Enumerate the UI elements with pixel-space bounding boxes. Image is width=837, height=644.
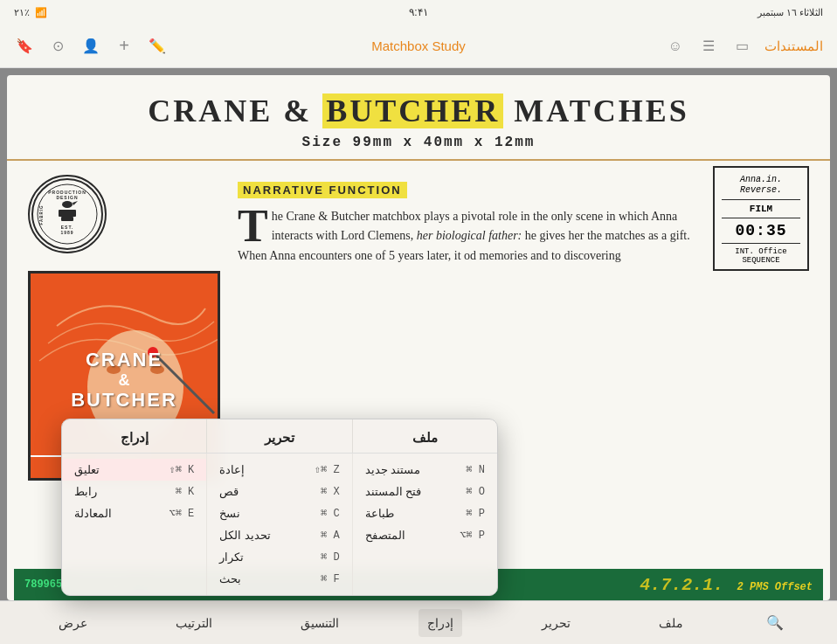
svg-text:1989: 1989 (60, 230, 73, 235)
context-item-cut[interactable]: ⌘ X قص (207, 481, 351, 502)
svg-marker-7 (73, 201, 78, 205)
status-time: ۹:۴۱ (409, 6, 427, 18)
svg-text:FABRIG: FABRIG (39, 204, 44, 225)
menu-item-view[interactable]: عرض (50, 609, 96, 637)
col-header-file: ملف (353, 419, 497, 453)
context-item-redo[interactable]: ⇧⌘ Z إعادة (207, 459, 351, 481)
context-item-duplicate[interactable]: ⌘ D تكرار (207, 546, 351, 568)
status-right: الثلاثاء ١٦ سبتمبر (757, 7, 823, 18)
context-item-open[interactable]: ⌘ O فتح المستند (353, 481, 497, 502)
context-item-browser[interactable]: ⌥⌘ P المتصفح (353, 524, 497, 546)
film-sequence: SEQUENCE (722, 256, 800, 265)
pen-icon[interactable]: ✏️ (147, 36, 168, 57)
list-icon[interactable]: ☰ (698, 36, 719, 57)
page-header: Crane & Butcher Matches Size 99mm x 40mm… (7, 75, 830, 161)
col-header-edit: تحرير (207, 419, 352, 453)
smiley-icon[interactable]: ⊙ (47, 36, 68, 57)
menu-item-file[interactable]: ملف (650, 609, 692, 637)
date-display: الثلاثاء ١٦ سبتمبر (757, 7, 823, 18)
menu-item-arrange[interactable]: الترتيب (167, 609, 221, 637)
wifi-icon: 📶 (35, 7, 47, 18)
bottom-menubar: عرض الترتيب التنسيق إدراج تحرير ملف 🔍 (0, 600, 837, 644)
narrative-label: Narrative Function (238, 182, 407, 198)
context-col-insert: ⇧⌘ K تعليق ⌘ K رابط ⌥⌘ E المعادلة (62, 454, 207, 595)
film-timecode: 00:35 (722, 222, 800, 239)
film-scene: INT. Office (722, 247, 800, 256)
toolbar: 🔖 ⊙ 👤 + ✏️ Matchbox Study ☺ ☰ ▭ المستندا… (0, 24, 837, 68)
face-icon[interactable]: ☺ (665, 36, 686, 57)
context-item-link[interactable]: ⌘ K رابط (62, 481, 206, 502)
menu-item-format[interactable]: التنسيق (292, 609, 348, 637)
matchbox-brand-butcher: Butcher (71, 390, 177, 411)
documents-button[interactable]: المستندات (764, 38, 823, 54)
context-menu-header: إدراج تحرير ملف (62, 419, 497, 454)
drop-cap: T (238, 207, 268, 246)
context-menu-body: ⇧⌘ K تعليق ⌘ K رابط ⌥⌘ E المعادلة ⇧⌘ Z إ… (62, 454, 497, 595)
context-item-select-all[interactable]: ⌘ A تحديد الكل (207, 524, 351, 546)
toolbar-left: 🔖 ⊙ 👤 + ✏️ (14, 36, 168, 57)
svg-rect-4 (59, 210, 76, 217)
matchbox-brand-crane: Crane (71, 350, 177, 370)
context-menu: إدراج تحرير ملف ⇧⌘ K تعليق ⌘ K رابط ⌥⌘ E… (61, 419, 498, 596)
film-type: FILM (722, 204, 800, 214)
production-logo: PRODUCTION DESIGN EST. 1989 FABRIG (28, 175, 107, 253)
context-item-copy[interactable]: ⌘ C نسخ (207, 502, 351, 524)
person-icon[interactable]: 👤 (80, 36, 101, 57)
menu-item-edit[interactable]: تحرير (533, 609, 579, 637)
document-title: Matchbox Study (371, 38, 466, 53)
plus-icon[interactable]: + (114, 36, 135, 57)
bookmark-icon[interactable]: 🔖 (14, 36, 35, 57)
status-bar: ٢١٪ 📶 ۹:۴۱ الثلاثاء ١٦ سبتمبر (0, 0, 837, 24)
context-item-equation[interactable]: ⌥⌘ E المعادلة (62, 502, 206, 524)
size-info: Size 99mm x 40mm x 12mm (33, 135, 804, 150)
pms-offset: 2 PMS Offset (737, 581, 813, 593)
status-left: ٢١٪ 📶 (14, 7, 47, 18)
svg-rect-5 (61, 217, 73, 221)
menu-item-insert[interactable]: إدراج (418, 609, 462, 637)
battery-indicator: ٢١٪ (14, 7, 30, 18)
context-item-new-doc[interactable]: ⌘ N مستند جديد (353, 459, 497, 481)
context-col-edit: ⇧⌘ Z إعادة ⌘ X قص ⌘ C نسخ ⌘ A تحديد الكل… (207, 454, 352, 595)
page-main-title: Crane & Butcher Matches (33, 93, 804, 129)
search-icon[interactable]: 🔍 (763, 611, 787, 635)
sidebar-icon[interactable]: ▭ (731, 36, 752, 57)
col-header-insert: إدراج (62, 419, 207, 453)
svg-point-6 (62, 201, 73, 208)
context-col-file: ⌘ N مستند جديد ⌘ O فتح المستند ⌘ P طباعة… (353, 454, 497, 595)
context-item-comment[interactable]: ⇧⌘ K تعليق (62, 459, 206, 481)
svg-text:DESIGN: DESIGN (56, 195, 78, 200)
film-card: Anna.in. Reverse. FILM 00:35 INT. Office… (713, 166, 809, 271)
version-code: 4.7.2.1. 2 PMS Offset (640, 575, 813, 595)
toolbar-right: ☺ ☰ ▭ المستندات (665, 36, 823, 57)
context-item-print[interactable]: ⌘ P طباعة (353, 502, 497, 524)
context-item-find[interactable]: ⌘ F بحث (207, 568, 351, 590)
